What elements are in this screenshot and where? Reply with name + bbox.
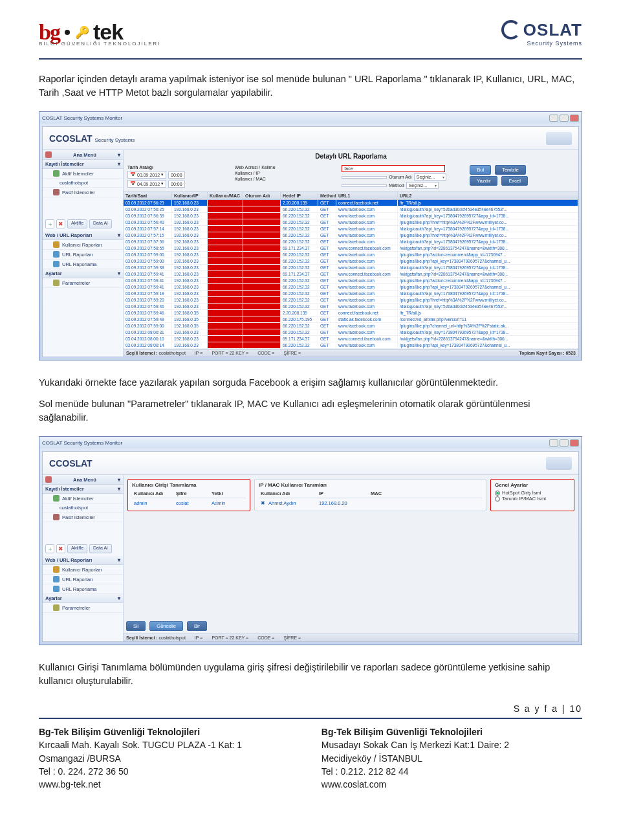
input-keyword[interactable]: face bbox=[342, 165, 445, 172]
select-method[interactable]: Seçiniz... bbox=[406, 182, 439, 189]
btn-temizle[interactable]: Temizle bbox=[495, 165, 525, 175]
time-to[interactable]: 00:00 bbox=[168, 181, 185, 188]
table-header: Tarih/Saat Kullanıcı/IP Kullanıcı/MAC Ot… bbox=[124, 192, 578, 200]
report-title: Detaylı URL Raporlama bbox=[124, 150, 578, 162]
table-row[interactable]: 03.09.2012 07:59:46192.168.0.352.20.208.… bbox=[124, 310, 578, 316]
table-row[interactable]: 03.09.2012 07:59:41192.168.0.2366.220.15… bbox=[124, 284, 578, 291]
table-row[interactable]: 03.09.2012 07:59:41192.168.0.2366.220.15… bbox=[124, 278, 578, 284]
btn-sil[interactable]: Sil bbox=[126, 621, 146, 631]
table-row[interactable]: 03.09.2012 07:56:23192.168.0.232.20.208.… bbox=[124, 200, 578, 206]
side-aktif[interactable]: Aktif İstemciler bbox=[43, 169, 123, 179]
para2: Yukarıdaki örnekte face yazılarak yapıla… bbox=[39, 376, 582, 390]
icon-add[interactable]: ＋ bbox=[45, 219, 54, 228]
sidebar-2: Ana Menü▾ Kayıtlı İstemciler▾ Aktif İste… bbox=[43, 475, 124, 641]
time-from[interactable]: 00:00 bbox=[168, 171, 185, 179]
table-row[interactable]: 03.09.2012 07:57:15192.168.0.2366.220.15… bbox=[124, 232, 578, 239]
panel-ipmac: IP / MAC Kullanıcı Tanımları Kullanıcı A… bbox=[254, 479, 486, 511]
window-buttons[interactable] bbox=[549, 115, 579, 122]
table-row[interactable]: 03.09.2012 07:59:00192.168.0.2366.220.15… bbox=[124, 258, 578, 265]
panel-genel: Genel Ayarlar HotSpot Giriş İsmi Tanımlı… bbox=[490, 479, 574, 511]
coslat-logo: OSLAT Security Systems bbox=[501, 20, 582, 47]
filter-bar: Tarih Aralığı 📅 03.09.2012 ▾ 00:00 📅 04.… bbox=[124, 162, 578, 192]
table-row[interactable]: 03.09.2012 07:56:39192.168.0.2366.220.15… bbox=[124, 213, 578, 219]
btn-dataal[interactable]: Data Al bbox=[89, 219, 112, 228]
page-number: S a y f a | 10 bbox=[39, 703, 582, 714]
para1: Raporlar içinden detaylı arama yapılmak … bbox=[39, 72, 582, 100]
para4: Kullanıcı Girişi Tanımlama bölümünden uy… bbox=[39, 661, 582, 688]
side-url-raporlama[interactable]: URL Raporlama bbox=[43, 260, 123, 269]
input-kulip[interactable] bbox=[342, 176, 387, 179]
select-oturum[interactable]: Seçiniz... bbox=[414, 173, 446, 181]
table-row[interactable]: 03.09.2012 07:57:56192.168.0.2366.220.15… bbox=[124, 239, 578, 245]
table-row[interactable]: 03.09.2012 08:00:14192.168.0.2366.220.15… bbox=[124, 342, 578, 349]
side-coslathotspot[interactable]: coslathotspot bbox=[43, 179, 123, 188]
side-kul-rapor[interactable]: Kullanıcı Raporları bbox=[43, 240, 123, 250]
screenshot-url-report: COSLAT Security Systems Monitor CCOSLAT … bbox=[39, 111, 582, 360]
ipmac-row[interactable]: ✖ Ahmet Aydın 192.168.0.20 bbox=[259, 500, 482, 507]
side-pasif[interactable]: Pasif İstemciler bbox=[43, 188, 123, 197]
panel-login: Kullanıcı Girişi Tanımlama Kullanıcı Adı… bbox=[127, 479, 250, 511]
side-url-raporlari[interactable]: Web / URL Raporları bbox=[45, 232, 92, 238]
side-parametreler[interactable]: Parametreler bbox=[43, 278, 123, 288]
footer: Bg-Tek Bilişim Güvenliği Teknolojileri K… bbox=[39, 725, 582, 791]
window-title-2: COSLAT Security Systems Monitor bbox=[42, 440, 122, 446]
btn-excel[interactable]: Excel bbox=[501, 176, 527, 186]
table-row[interactable]: 03.09.2012 07:58:55192.168.0.2369.171.23… bbox=[124, 245, 578, 252]
input-kulmac[interactable] bbox=[342, 184, 387, 187]
table-row[interactable]: 03.09.2012 07:59:00192.168.0.3566.220.15… bbox=[124, 323, 578, 329]
status-bar: Seçili İstemci : coslathotspot IP = PORT… bbox=[124, 349, 578, 357]
data-grid[interactable]: 03.09.2012 07:56:23192.168.0.232.20.208.… bbox=[124, 200, 578, 349]
table-row[interactable]: 03.09.2012 08:00:31192.168.0.2366.220.15… bbox=[124, 329, 578, 336]
window-buttons-2[interactable] bbox=[549, 439, 579, 447]
table-row[interactable]: 03.09.2012 07:59:00192.168.0.2366.220.15… bbox=[124, 252, 578, 258]
header: bg🔑tek BİLGİ GÜVENLİĞİ TEKNOLOJİLERİ OSL… bbox=[39, 19, 582, 47]
table-row[interactable]: 03.04.2012 08:00:10192.168.0.2369.171.23… bbox=[124, 336, 578, 342]
window-title: COSLAT Security Systems Monitor bbox=[42, 115, 122, 121]
table-row[interactable]: 03.09.2012 07:59:38192.168.0.2366.220.15… bbox=[124, 265, 578, 271]
table-row[interactable]: 03.09.2012 07:59:49192.168.0.3566.220.17… bbox=[124, 316, 578, 323]
date-to[interactable]: 📅 04.09.2012 ▾ bbox=[127, 180, 166, 188]
side-kayitli[interactable]: Kayıtlı İstemciler bbox=[45, 161, 84, 167]
btn-bul[interactable]: Bul bbox=[470, 165, 491, 175]
side-url-rapor[interactable]: URL Raporları bbox=[43, 250, 123, 260]
table-row[interactable]: 03.09.2012 07:59:46192.168.0.2366.220.15… bbox=[124, 304, 578, 310]
side-ayarlar[interactable]: Ayarlar bbox=[45, 271, 62, 276]
opt-hotspot[interactable]: HotSpot Giriş İsmi bbox=[495, 490, 570, 496]
table-row[interactable]: 03.09.2012 07:56:25192.168.0.2366.220.15… bbox=[124, 206, 578, 213]
table-row[interactable]: 03.09.2012 07:59:20192.168.0.2366.220.15… bbox=[124, 297, 578, 304]
para3: Sol menüde bulunan "Parametreler" tıklan… bbox=[39, 397, 582, 425]
date-from[interactable]: 📅 03.09.2012 ▾ bbox=[127, 171, 166, 179]
btn-bir[interactable]: Bir bbox=[187, 621, 207, 631]
footer-divider bbox=[39, 718, 582, 719]
login-row[interactable]: admin coslat Admin bbox=[132, 500, 246, 507]
status-bar-2: Seçili İstemci : coslathotspot IP = PORT… bbox=[124, 634, 578, 641]
btn-yazdir[interactable]: Yazdır bbox=[470, 176, 497, 186]
table-row[interactable]: 03.09.2012 07:57:14192.168.0.2366.220.15… bbox=[124, 226, 578, 232]
sidebar: Ana Menü▾ Kayıtlı İstemciler▾ Aktif İste… bbox=[43, 150, 124, 357]
table-row[interactable]: 03.09.2012 07:59:19192.168.0.2366.220.15… bbox=[124, 291, 578, 297]
bgtek-logo: bg🔑tek BİLGİ GÜVENLİĞİ TEKNOLOJİLERİ bbox=[39, 19, 161, 47]
bgtek-sub: BİLGİ GÜVENLİĞİ TEKNOLOJİLERİ bbox=[39, 41, 161, 47]
table-row[interactable]: 03.09.2012 07:56:40192.168.0.2366.220.15… bbox=[124, 219, 578, 226]
header-divider bbox=[39, 58, 582, 60]
side-ana-menu[interactable]: Ana Menü bbox=[73, 152, 96, 158]
opt-ipmac[interactable]: Tanımlı IP/MAC İsmi bbox=[495, 496, 570, 502]
icon-del[interactable]: ✖ bbox=[56, 219, 65, 228]
btn-guncelle[interactable]: Güncelle bbox=[149, 621, 183, 631]
table-row[interactable]: 03.09.2012 07:59:41192.168.0.2369.171.23… bbox=[124, 271, 578, 278]
btn-aktifle[interactable]: Aktifle bbox=[67, 219, 87, 228]
screenshot-parametreler: COSLAT Security Systems Monitor CCOSLAT … bbox=[39, 436, 582, 645]
